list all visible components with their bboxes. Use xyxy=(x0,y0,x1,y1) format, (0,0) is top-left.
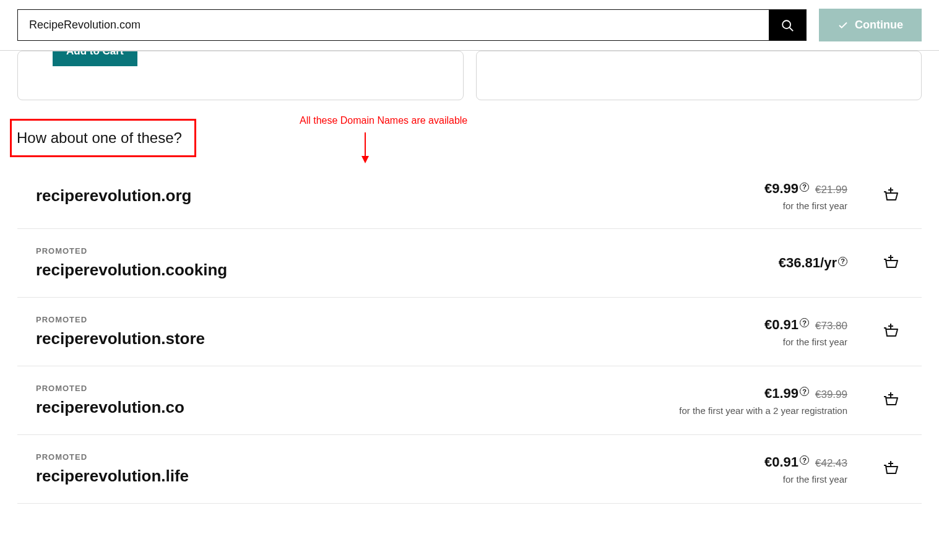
price-main: €0.91? xyxy=(764,317,809,333)
promoted-label: Promoted xyxy=(36,315,668,324)
price-main: €0.91? xyxy=(764,454,809,470)
domain-list: reciperevolution.org€9.99?€21.99for the … xyxy=(17,163,922,504)
price-main: €36.81/yr? xyxy=(779,255,847,271)
price-block: €0.91?€42.43for the first year xyxy=(668,454,847,485)
search-button[interactable] xyxy=(769,10,806,40)
add-to-cart-icon-button[interactable] xyxy=(878,319,903,345)
price-sub: for the first year xyxy=(668,337,847,347)
price-value: €1.99 xyxy=(764,386,798,402)
domain-name[interactable]: reciperevolution.co xyxy=(36,398,668,417)
content: Add to Cart How about one of these? All … xyxy=(0,51,939,504)
suggestions-heading: How about one of these? xyxy=(17,129,182,147)
cards-row: Add to Cart xyxy=(17,51,922,100)
cart-plus-icon xyxy=(882,391,899,408)
price-strike: €39.99 xyxy=(815,389,847,401)
price-line: €36.81/yr? xyxy=(668,255,847,271)
price-value: €9.99 xyxy=(764,181,798,197)
price-line: €9.99?€21.99 xyxy=(668,181,847,197)
domain-name[interactable]: reciperevolution.cooking xyxy=(36,261,668,280)
help-icon[interactable]: ? xyxy=(838,257,847,266)
domain-left: Promotedreciperevolution.co xyxy=(36,384,668,417)
add-to-cart-icon-button[interactable] xyxy=(878,250,903,277)
domain-row: Promotedreciperevolution.co€1.99?€39.99f… xyxy=(17,366,922,435)
price-line: €1.99?€39.99 xyxy=(668,386,847,402)
result-card-right xyxy=(476,51,922,100)
price-sub: for the first year with a 2 year registr… xyxy=(668,405,847,416)
domain-name[interactable]: reciperevolution.store xyxy=(36,329,668,348)
price-block: €36.81/yr? xyxy=(668,255,847,271)
domain-row: reciperevolution.org€9.99?€21.99for the … xyxy=(17,163,922,229)
domain-row: Promotedreciperevolution.cooking€36.81/y… xyxy=(17,229,922,298)
continue-button[interactable]: Continue xyxy=(819,9,922,41)
help-icon[interactable]: ? xyxy=(800,183,809,192)
price-strike: €73.80 xyxy=(815,320,847,332)
price-block: €1.99?€39.99for the first year with a 2 … xyxy=(668,386,847,416)
price-block: €0.91?€73.80for the first year xyxy=(668,317,847,347)
price-value: €36.81/yr xyxy=(779,255,837,271)
price-block: €9.99?€21.99for the first year xyxy=(668,181,847,211)
help-icon[interactable]: ? xyxy=(800,387,809,396)
cart-plus-icon xyxy=(882,254,899,271)
continue-label: Continue xyxy=(855,19,903,32)
domain-left: Promotedreciperevolution.store xyxy=(36,315,668,348)
price-line: €0.91?€42.43 xyxy=(668,454,847,470)
promoted-label: Promoted xyxy=(36,384,668,393)
price-sub: for the first year xyxy=(668,200,847,211)
svg-marker-3 xyxy=(361,156,369,163)
price-strike: €42.43 xyxy=(815,457,847,470)
svg-point-0 xyxy=(782,20,790,28)
help-icon[interactable]: ? xyxy=(800,455,809,465)
annotation-arrow-icon xyxy=(358,130,373,165)
domain-row: Promotedreciperevolution.store€0.91?€73.… xyxy=(17,298,922,366)
check-icon xyxy=(837,20,849,31)
cart-plus-icon xyxy=(882,186,899,204)
add-to-cart-button[interactable]: Add to Cart xyxy=(53,51,137,66)
add-to-cart-icon-button[interactable] xyxy=(878,387,903,414)
domain-left: Promotedreciperevolution.life xyxy=(36,452,668,486)
price-main: €9.99? xyxy=(764,181,809,197)
promoted-label: Promoted xyxy=(36,452,668,462)
promoted-label: Promoted xyxy=(36,246,668,256)
price-strike: €21.99 xyxy=(815,184,847,196)
domain-left: Promotedreciperevolution.cooking xyxy=(36,246,668,280)
cart-plus-icon xyxy=(882,322,899,340)
price-value: €0.91 xyxy=(764,317,798,333)
search-icon xyxy=(781,19,794,32)
svg-line-1 xyxy=(790,27,794,30)
add-to-cart-icon-button[interactable] xyxy=(878,183,903,209)
price-sub: for the first year xyxy=(668,474,847,485)
price-line: €0.91?€73.80 xyxy=(668,317,847,333)
domain-name[interactable]: reciperevolution.life xyxy=(36,467,668,486)
annotation-text: All these Domain Names are available xyxy=(300,115,467,126)
search-input[interactable] xyxy=(18,10,769,40)
domain-row: Promotedreciperevolution.life€0.91?€42.4… xyxy=(17,435,922,504)
price-main: €1.99? xyxy=(764,386,809,402)
result-card-left: Add to Cart xyxy=(17,51,464,100)
search-wrap xyxy=(17,9,807,41)
price-value: €0.91 xyxy=(764,454,798,470)
domain-name[interactable]: reciperevolution.org xyxy=(36,186,668,205)
top-bar: Continue xyxy=(0,0,939,51)
add-to-cart-icon-button[interactable] xyxy=(878,456,903,483)
heading-highlight: How about one of these? xyxy=(10,119,196,157)
cart-plus-icon xyxy=(882,460,899,477)
domain-left: reciperevolution.org xyxy=(36,186,668,205)
help-icon[interactable]: ? xyxy=(800,318,809,327)
